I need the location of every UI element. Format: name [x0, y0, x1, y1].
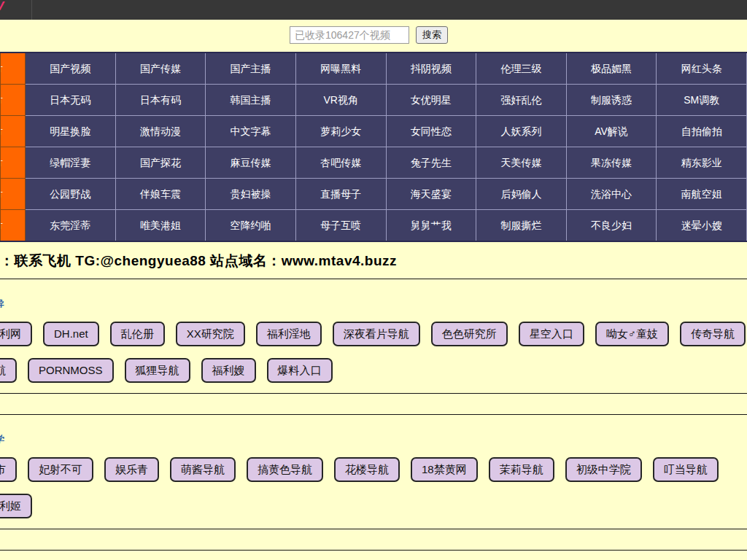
category-link[interactable]: 网曝黑料: [320, 63, 361, 74]
category-link[interactable]: 韩国主播: [231, 94, 271, 106]
nav-button[interactable]: 萌酱导航: [170, 457, 236, 482]
category-link[interactable]: 女同性恋: [411, 125, 452, 137]
nav-button[interactable]: 市: [0, 457, 17, 482]
nav-button[interactable]: 呦女♂童妓: [595, 322, 669, 346]
category-link[interactable]: 国产主播: [231, 63, 271, 74]
nav-button[interactable]: 星空入口: [519, 322, 584, 346]
nav-button[interactable]: 传奇导航: [680, 322, 746, 346]
nav-button[interactable]: 叮当导航: [653, 457, 719, 482]
nav-button[interactable]: 18禁黄网: [411, 457, 478, 482]
category-link[interactable]: 国产视频: [50, 63, 90, 74]
category-cell: 直播母子: [295, 179, 386, 210]
side-text-fragment: 片: [1, 157, 3, 169]
nav-button[interactable]: 爆料入口: [267, 358, 333, 383]
category-link[interactable]: 唯美港姐: [140, 219, 181, 231]
category-link[interactable]: 杏吧传媒: [320, 157, 361, 168]
category-link[interactable]: 激情动漫: [140, 125, 181, 137]
nav-button[interactable]: 花楼导航: [334, 457, 400, 482]
side-strip-cell: 片: [1, 210, 26, 242]
category-link[interactable]: 自拍偷拍: [681, 125, 722, 137]
category-link[interactable]: 洗浴中心: [591, 188, 632, 200]
category-link[interactable]: 制服撕烂: [500, 219, 541, 231]
category-cell: 中文字幕: [206, 116, 296, 147]
category-link[interactable]: 贵妇被操: [231, 188, 271, 200]
category-link[interactable]: 萝莉少女: [320, 125, 361, 137]
category-link[interactable]: 南航空姐: [681, 188, 722, 200]
side-text-fragment: 片: [1, 188, 3, 201]
category-link[interactable]: 舅舅艹我: [411, 219, 452, 231]
category-link[interactable]: 抖阴视频: [411, 63, 452, 74]
nav-button[interactable]: XX研究院: [176, 322, 245, 346]
category-link[interactable]: AV解说: [595, 125, 628, 137]
category-link[interactable]: 网红头条: [681, 63, 722, 74]
category-cell: 后妈偷人: [476, 179, 567, 210]
category-link[interactable]: 东莞淫蒂: [50, 219, 90, 231]
category-row: 片日本无码日本有码韩国主播VR视角女优明星强奸乱伦制服诱惑SM调教: [1, 85, 747, 116]
nav-section-3: 类 孙女技师淫水姨母偷窥学妹白虎掰穴姿势御姐护士女模乳晕开档: [0, 550, 747, 560]
category-link[interactable]: 精东影业: [681, 157, 722, 168]
category-link[interactable]: 伴娘车震: [140, 188, 181, 200]
search-button[interactable]: 搜索: [416, 26, 448, 44]
category-row: 片公园野战伴娘车震贵妇被操直播母子海天盛宴后妈偷人洗浴中心南航空姐: [1, 179, 747, 210]
category-cell: 南航空姐: [657, 179, 747, 210]
category-link[interactable]: 极品媚黑: [591, 63, 632, 74]
category-cell: 伴娘车震: [115, 179, 206, 210]
category-cell: 舅舅艹我: [386, 210, 476, 242]
category-link[interactable]: 母子互喷: [320, 219, 361, 231]
category-link[interactable]: VR视角: [323, 94, 357, 106]
section-2-header-fragment: 学: [0, 433, 4, 443]
nav-section-2: 学 市妃射不可娱乐青萌酱导航搞黄色导航花楼导航18禁黄网茉莉导航初级中学院叮当导…: [0, 414, 747, 529]
category-link[interactable]: 明星换脸: [50, 125, 90, 137]
category-link[interactable]: 海天盛宴: [411, 188, 452, 200]
nav-button[interactable]: 妃射不可: [28, 457, 93, 482]
category-link[interactable]: 迷晕小嫂: [681, 219, 722, 231]
category-link[interactable]: 直播母子: [320, 188, 361, 200]
nav-button[interactable]: 初级中学院: [565, 457, 642, 482]
category-link[interactable]: 天美传媒: [500, 157, 541, 168]
category-link[interactable]: 日本无码: [50, 94, 90, 106]
nav-button[interactable]: DH.net: [43, 322, 99, 346]
contact-line: ：联系飞机 TG:@chengyuea88 站点域名：www.mtav4.buz…: [0, 252, 747, 271]
category-link[interactable]: 人妖系列: [500, 125, 541, 137]
category-link[interactable]: 空降约啪: [231, 219, 271, 231]
category-link[interactable]: 制服诱惑: [591, 94, 632, 106]
category-link[interactable]: SM调教: [684, 94, 719, 106]
category-cell: 网红头条: [657, 52, 747, 85]
category-link[interactable]: 国产传媒: [140, 63, 181, 74]
category-cell: 国产传媒: [115, 52, 206, 85]
category-link[interactable]: 果冻传媒: [591, 157, 632, 168]
category-link[interactable]: 国产探花: [140, 157, 181, 168]
search-input[interactable]: [290, 26, 409, 44]
side-strip-cell: 片: [1, 147, 26, 179]
category-link[interactable]: 日本有码: [140, 94, 181, 106]
category-row: 片国产视频国产传媒国产主播网曝黑料抖阴视频伦理三级极品媚黑网红头条: [1, 52, 747, 85]
category-link[interactable]: 不良少妇: [591, 219, 632, 231]
category-link[interactable]: 中文字幕: [231, 125, 271, 137]
nav-button[interactable]: 福利淫地: [256, 322, 322, 346]
nav-button[interactable]: 娱乐青: [104, 457, 159, 482]
category-link[interactable]: 绿帽淫妻: [50, 157, 90, 168]
nav-button[interactable]: 利网: [0, 322, 32, 346]
category-link[interactable]: 伦理三级: [500, 63, 541, 74]
nav-button[interactable]: 福利嫂: [201, 358, 256, 383]
category-cell: AV解说: [566, 116, 657, 147]
nav-button[interactable]: 狐狸导航: [125, 358, 190, 383]
category-cell: 制服撕烂: [476, 210, 567, 242]
nav-button[interactable]: 利姬: [0, 494, 32, 518]
nav-button[interactable]: 深夜看片导航: [333, 322, 420, 346]
nav-button[interactable]: 搞黄色导航: [247, 457, 323, 482]
nav-button[interactable]: 航: [0, 358, 17, 383]
category-grid: 片国产视频国产传媒国产主播网曝黑料抖阴视频伦理三级极品媚黑网红头条片日本无码日本…: [0, 52, 747, 242]
nav-button[interactable]: 色色研究所: [431, 322, 508, 346]
side-strip-cell: 片: [1, 116, 26, 147]
category-cell: 不良少妇: [566, 210, 657, 242]
category-link[interactable]: 女优明星: [411, 94, 452, 106]
nav-button[interactable]: PORNMOSS: [28, 358, 114, 383]
category-link[interactable]: 兔子先生: [411, 157, 452, 168]
category-link[interactable]: 强奸乱伦: [500, 94, 541, 106]
nav-button[interactable]: 乱伦册: [110, 322, 165, 346]
nav-button[interactable]: 茉莉导航: [489, 457, 554, 482]
category-link[interactable]: 麻豆传媒: [231, 157, 271, 168]
category-link[interactable]: 公园野战: [50, 188, 90, 200]
category-link[interactable]: 后妈偷人: [500, 188, 541, 200]
